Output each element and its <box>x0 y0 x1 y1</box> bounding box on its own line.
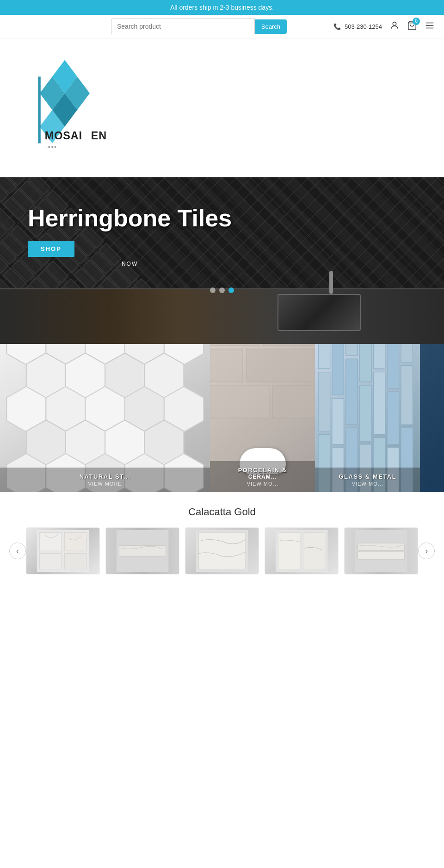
svg-rect-40 <box>360 385 372 441</box>
carousel-dots <box>210 287 234 293</box>
product-card-2[interactable] <box>105 527 179 575</box>
svg-rect-65 <box>358 552 404 559</box>
svg-rect-54 <box>39 554 61 569</box>
hero-banner: Herringbone Tiles SHOP NOW <box>0 177 444 344</box>
dot-1[interactable] <box>210 287 216 293</box>
svg-rect-62 <box>303 533 325 569</box>
svg-rect-36 <box>401 344 413 362</box>
hero-faucet <box>329 271 333 294</box>
svg-rect-25 <box>263 344 315 346</box>
svg-text:MOSAI: MOSAI <box>45 130 82 142</box>
svg-rect-38 <box>332 398 344 444</box>
header: Search 📞 503-230-1254 0 <box>0 15 444 38</box>
dot-3[interactable] <box>228 287 234 293</box>
phone-icon: 📞 <box>333 23 341 30</box>
svg-rect-28 <box>210 385 269 418</box>
svg-rect-29 <box>272 385 315 418</box>
category-natural-stone-subtitle[interactable]: VIEW MORE <box>6 481 204 487</box>
category-porcelain-overlay: PORCELAIN & CERAM... VIEW MO... <box>210 461 315 492</box>
svg-rect-43 <box>401 365 413 425</box>
category-natural-stone-overlay: NATURAL ST... VIEW MORE <box>0 468 210 492</box>
product-image-4 <box>265 528 338 574</box>
category-porcelain-ceramic[interactable]: PORCELAIN & CERAM... VIEW MO... <box>210 344 315 492</box>
svg-point-0 <box>393 22 396 25</box>
svg-rect-30 <box>318 344 330 369</box>
category-section: NATURAL ST... VIEW MORE PORCELAIN & CERA… <box>0 344 444 492</box>
category-glass-metal-title: GLASS & METAL <box>321 473 414 480</box>
svg-rect-27 <box>246 349 315 382</box>
hero-sink <box>278 294 361 331</box>
product-image-1 <box>26 528 99 574</box>
category-natural-stone-title: NATURAL ST... <box>6 473 204 480</box>
svg-rect-26 <box>210 349 243 382</box>
product-card-3[interactable] <box>185 527 259 575</box>
svg-rect-31 <box>332 344 344 395</box>
category-glass-metal[interactable]: GLASS & METAL VIEW MO... <box>315 344 420 492</box>
dot-2[interactable] <box>219 287 225 293</box>
hero-title: Herringbone Tiles <box>28 205 232 231</box>
section-title: Calacatta Gold <box>9 506 435 518</box>
shop-now-button[interactable]: SHOP <box>28 241 74 257</box>
search-input[interactable] <box>111 19 255 34</box>
product-grid <box>26 527 418 575</box>
product-image-3 <box>185 528 259 574</box>
product-image-5 <box>345 528 418 574</box>
logo-container[interactable]: MOSAI ENTER .com <box>18 48 111 168</box>
svg-rect-32 <box>346 344 358 356</box>
svg-rect-61 <box>278 533 300 569</box>
category-glass-metal-overlay: GLASS & METAL VIEW MO... <box>315 468 420 492</box>
account-icon[interactable] <box>389 20 400 33</box>
hero-counter-surface <box>0 288 444 344</box>
phone-number: 📞 503-230-1254 <box>333 23 382 30</box>
product-card-1[interactable] <box>26 527 100 575</box>
svg-text:.com: .com <box>45 144 56 149</box>
announcement-bar: All orders ship in 2-3 business days. <box>0 0 444 15</box>
svg-rect-39 <box>346 359 358 425</box>
category-porcelain-title: PORCELAIN & <box>216 467 309 474</box>
svg-rect-34 <box>374 344 386 369</box>
site-logo[interactable]: MOSAI ENTER .com <box>23 52 106 163</box>
product-card-4[interactable] <box>265 527 339 575</box>
carousel-prev-button[interactable]: ‹ <box>9 543 26 559</box>
svg-rect-55 <box>64 554 86 569</box>
cart-badge: 0 <box>413 18 420 25</box>
category-extra[interactable] <box>420 344 444 492</box>
product-section: Calacatta Gold ‹ <box>0 492 444 588</box>
menu-icon[interactable] <box>425 20 435 33</box>
svg-rect-52 <box>39 533 61 551</box>
now-label: NOW <box>28 261 232 267</box>
svg-rect-59 <box>198 533 245 569</box>
search-container: Search <box>111 19 287 34</box>
logo-area: MOSAI ENTER .com <box>0 38 444 177</box>
svg-rect-63 <box>355 530 407 572</box>
announcement-text: All orders ship in 2-3 business days. <box>170 4 274 11</box>
cart-icon[interactable]: 0 <box>407 20 417 33</box>
svg-rect-42 <box>387 392 399 444</box>
svg-rect-24 <box>210 344 259 346</box>
category-glass-metal-subtitle[interactable]: VIEW MO... <box>321 481 414 487</box>
carousel-next-button[interactable]: › <box>418 543 435 559</box>
product-card-5[interactable] <box>344 527 418 575</box>
svg-text:ENTER: ENTER <box>91 130 106 142</box>
hero-content: Herringbone Tiles SHOP NOW <box>28 205 232 267</box>
category-natural-stone[interactable]: NATURAL ST... VIEW MORE <box>0 344 210 492</box>
header-right: 📞 503-230-1254 0 <box>333 20 435 33</box>
svg-rect-37 <box>318 372 330 431</box>
category-porcelain-title2: CERAM... <box>216 474 309 480</box>
svg-rect-41 <box>374 372 386 435</box>
svg-rect-10 <box>38 77 40 144</box>
svg-rect-53 <box>64 533 86 551</box>
search-button[interactable]: Search <box>255 19 287 34</box>
product-carousel: ‹ <box>9 527 435 575</box>
svg-rect-35 <box>387 344 399 388</box>
svg-rect-33 <box>360 344 372 382</box>
category-porcelain-subtitle[interactable]: VIEW MO... <box>216 481 309 487</box>
product-image-2 <box>106 528 179 574</box>
